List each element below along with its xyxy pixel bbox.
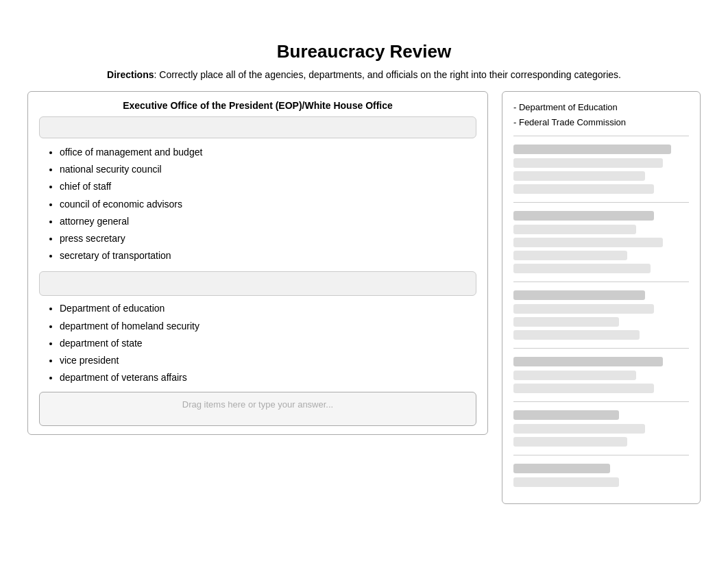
category-title-eop: Executive Office of the President (EOP)/… (39, 100, 476, 111)
drop-zone-bottom-text: Drag items here or type your answer... (182, 399, 333, 410)
category2-item-list: Department of education department of ho… (39, 300, 476, 386)
blurred-section-4 (513, 357, 689, 393)
drop-zone-bottom[interactable]: Drag items here or type your answer... (39, 392, 476, 426)
list-item[interactable]: department of state (60, 335, 476, 352)
page-title: Bureaucracy Review (0, 0, 728, 62)
blurred-section-1 (513, 145, 689, 194)
list-item[interactable]: office of management and budget (60, 144, 476, 161)
blurred-section-2 (513, 211, 689, 273)
list-item[interactable]: attorney general (60, 213, 476, 230)
directions-text: : Correctly place all of the agencies, d… (154, 69, 621, 80)
right-box: - Department of Education - Federal Trad… (502, 91, 701, 504)
list-item[interactable]: department of veterans affairs (60, 369, 476, 386)
list-item[interactable]: vice president (60, 352, 476, 369)
blurred-section-5 (513, 410, 689, 447)
list-item[interactable]: council of economic advisors (60, 196, 476, 213)
list-item[interactable]: national security council (60, 161, 476, 178)
list-item[interactable]: secretary of transportation (60, 247, 476, 264)
drop-zone-middle[interactable] (39, 271, 476, 296)
right-item-1[interactable]: - Department of Education (513, 100, 689, 115)
right-panel: - Department of Education - Federal Trad… (502, 91, 701, 504)
eop-item-list: office of management and budget national… (39, 144, 476, 264)
blurred-section-6 (513, 464, 689, 487)
list-item[interactable]: department of homeland security (60, 318, 476, 335)
directions-label: Directions (107, 69, 154, 80)
right-item-2[interactable]: - Federal Trade Commission (513, 115, 689, 130)
list-item[interactable]: press secretary (60, 230, 476, 247)
drop-zone-top[interactable] (39, 116, 476, 138)
list-item[interactable]: chief of staff (60, 178, 476, 195)
category-box-eop: Executive Office of the President (EOP)/… (27, 91, 488, 435)
directions: Directions: Correctly place all of the a… (0, 69, 728, 80)
main-layout: Executive Office of the President (EOP)/… (0, 91, 728, 504)
left-panel: Executive Office of the President (EOP)/… (27, 91, 488, 443)
list-item[interactable]: Department of education (60, 300, 476, 317)
blurred-section-3 (513, 290, 689, 340)
